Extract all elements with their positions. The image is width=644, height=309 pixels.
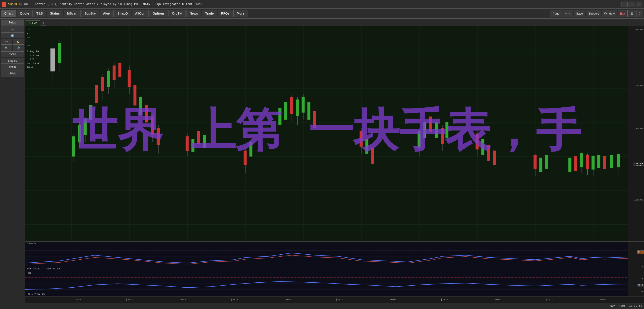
svg-rect-77 [313, 111, 316, 128]
svg-rect-121 [598, 155, 600, 168]
draw1-button[interactable]: ✏ [1, 39, 12, 45]
svg-rect-59 [203, 135, 206, 148]
main-layout: Setup 🖨 💾 ✏ 📐 🔍 🔎 ReScl Studies <IntD> <… [0, 19, 644, 303]
rsi-axis-25: 25 [640, 291, 643, 294]
stoch-info: SStoch : [27, 242, 39, 245]
zoom2-button[interactable]: 🔎 [13, 45, 24, 51]
tabbar: KCE,M + [25, 19, 644, 26]
status-num: NUM [610, 304, 615, 308]
draw2-button[interactable]: 📐 [13, 39, 24, 45]
menu-trade[interactable]: Trade [202, 10, 217, 17]
time-2013: |2013 [208, 298, 261, 301]
stoch-inner: SStoch : [25, 242, 628, 271]
svg-rect-73 [302, 97, 304, 113]
stoch-axis-0: 0 [642, 265, 643, 268]
chart-container: O= H= L= L= Δ= 0 Aug 20 O 118.20 H 121 L… [25, 26, 644, 296]
tab-add-button[interactable]: + [41, 21, 46, 26]
menu-alert[interactable]: Alert [100, 10, 114, 17]
zoom1-button[interactable]: 🔍 [1, 45, 12, 51]
menu-page[interactable]: Page [550, 10, 562, 17]
ohlc-low: L= [27, 36, 40, 40]
svg-rect-115 [580, 154, 583, 167]
svg-rect-29 [90, 105, 92, 119]
price-chart-wrapper: O= H= L= L= Δ= 0 Aug 20 O 118.20 H 121 L… [25, 26, 644, 242]
rescl-button[interactable]: ReScl [1, 52, 24, 57]
menu-status[interactable]: Status [46, 10, 63, 17]
rsi-axis-75: 75 [640, 277, 643, 280]
menu-snapq[interactable]: SnapQ [114, 10, 131, 17]
time-2020: |2020 [576, 298, 628, 301]
time-2018: |2018 [471, 298, 523, 301]
ohlc-open: O= [27, 28, 40, 32]
setup-button[interactable]: Setup [1, 20, 24, 26]
stoch-values: SSK=44.82 SSD=40.68 [27, 267, 60, 270]
svg-rect-81 [366, 139, 368, 153]
price-chart-svg [25, 26, 628, 241]
svg-rect-71 [296, 100, 298, 116]
svg-rect-39 [118, 63, 121, 77]
time-2016: |2016 [366, 298, 418, 301]
stoch-current-badge: 44.8 [637, 250, 644, 254]
menu-ts[interactable]: T&S [33, 10, 46, 17]
svg-rect-123 [603, 156, 606, 169]
svg-rect-69 [290, 97, 293, 114]
svg-rect-103 [493, 151, 496, 165]
svg-rect-0 [25, 26, 628, 241]
svg-rect-47 [145, 105, 148, 122]
menu-exit[interactable]: Exit [618, 10, 628, 17]
menu-save[interactable]: Save [574, 10, 586, 17]
rsi-label: RSI [27, 272, 32, 274]
menu-news[interactable]: News [186, 10, 202, 17]
save-button[interactable]: 💾 [1, 32, 24, 38]
menu-support[interactable]: Support [586, 10, 601, 17]
menu-ordtkt[interactable]: OrdTkt [168, 10, 186, 17]
stoch-wrapper: SStoch : [25, 242, 644, 271]
menu-rfqs[interactable]: RFQs [218, 10, 233, 17]
menu-nav[interactable]: ← → [562, 10, 573, 17]
svg-rect-127 [617, 154, 620, 167]
sidebar-save-row: 💾 [1, 32, 24, 38]
menu-allcon[interactable]: AllCon [132, 10, 149, 17]
menu-mscan[interactable]: MScan [64, 10, 81, 17]
time-2014: |2014 [261, 298, 313, 301]
menu-window[interactable]: Window [602, 10, 617, 17]
restore-button[interactable]: ◻ [628, 2, 635, 7]
title-time: 13:30:52 [8, 3, 22, 6]
tab-kce-m[interactable]: KCE,M [26, 21, 40, 26]
studies-button[interactable]: Studies [1, 58, 24, 64]
menu-supsrv[interactable]: SupSrv [81, 10, 99, 17]
svg-rect-75 [308, 102, 310, 119]
close-button[interactable]: ✕ [636, 2, 642, 7]
menu-options[interactable]: Options [149, 10, 168, 17]
menu-chart[interactable]: Chart [1, 10, 16, 17]
menu-screen[interactable]: 🖥 [628, 10, 636, 17]
minimize-button[interactable]: – [621, 2, 628, 7]
svg-rect-63 [250, 142, 252, 156]
svg-rect-105 [534, 155, 536, 169]
sidebar-draw-row: ✏ 📐 [1, 39, 24, 45]
svg-rect-95 [446, 122, 448, 138]
menu-quote[interactable]: Quote [16, 10, 32, 17]
app-icon: ✦ [2, 2, 6, 7]
time-2019: |2019 [523, 298, 576, 301]
svg-rect-33 [101, 77, 104, 91]
price-300: 300.00 [634, 28, 643, 31]
hist-button[interactable]: <Hist> [1, 71, 24, 77]
svg-rect-67 [284, 102, 287, 119]
svg-rect-97 [476, 134, 478, 149]
svg-rect-27 [84, 119, 86, 135]
svg-rect-79 [360, 131, 362, 147]
menu-help[interactable]: ? [636, 10, 643, 17]
intd-button[interactable]: <IntD> [1, 64, 24, 70]
sidebar-zoom-row: 🔍 🔎 [1, 45, 24, 51]
price-100: 100.00 [634, 198, 643, 201]
time-2015: |2015 [313, 298, 366, 301]
svg-rect-49 [151, 117, 154, 135]
menu-more[interactable]: More [233, 10, 248, 17]
time-2012: |2012 [156, 298, 208, 301]
rsi-current-badge: 57.7 [637, 284, 644, 287]
print-button[interactable]: 🖨 [1, 26, 24, 32]
current-price-badge: 120.05 [633, 162, 644, 165]
rsi-axis: 75 57.7 25 [628, 271, 644, 296]
sidebar-print-row: 🖨 [1, 26, 24, 32]
